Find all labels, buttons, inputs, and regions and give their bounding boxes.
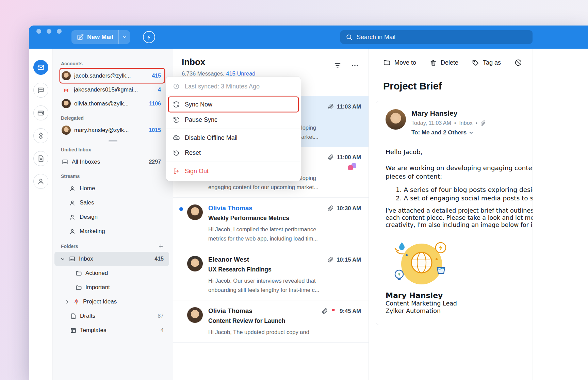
folders-label-text: Folders [61, 244, 78, 249]
email-subject: UX Research Findings [208, 266, 272, 273]
email-row-content-review[interactable]: Olivia Thomas 9:45 AM Content Review for… [173, 300, 369, 343]
folder-item-actioned[interactable]: Actioned [54, 266, 169, 280]
folder-icon [76, 270, 82, 277]
unread-count: 1106 [149, 101, 161, 107]
delete-button[interactable]: Delete [430, 59, 458, 66]
recipients-toggle[interactable]: To: Me and 2 Others [411, 129, 486, 136]
email-row-ux-research[interactable]: Eleanor West 10:15 AM UX Research Findin… [173, 249, 369, 300]
flag-icon [331, 308, 337, 314]
menu-divider [166, 96, 301, 96]
unread-count: 4 [158, 87, 161, 93]
titlebar: New Mail Search in Mail [29, 26, 588, 49]
paperclip-icon [328, 104, 334, 110]
chevron-down-icon [122, 34, 127, 40]
folder-item-important[interactable]: Important [54, 280, 169, 295]
clock-icon [173, 83, 180, 90]
window-controls [36, 29, 62, 34]
all-inboxes-label: All Inboxes [72, 159, 100, 165]
pause-sync-item[interactable]: Pause Sync [166, 112, 301, 127]
new-mail-button[interactable]: New Mail [71, 30, 130, 44]
avatar [62, 71, 71, 80]
unified-inbox-label: Unified Inbox [61, 147, 164, 152]
rail-chat-button[interactable] [33, 83, 48, 98]
chevron-down-icon [469, 130, 474, 135]
sort-filter-icon[interactable] [334, 62, 341, 69]
stream-item-sales[interactable]: Sales [69, 196, 164, 210]
move-to-button[interactable]: Move to [383, 59, 416, 66]
email-list-header: Inbox 6,736 Messages, 415 Unread [173, 49, 369, 77]
inbox-stack-icon [62, 159, 68, 165]
content-marketing-illustration [389, 237, 533, 288]
paperclip-icon [328, 154, 334, 160]
compose-icon [77, 34, 84, 41]
streams-section-label: Streams [61, 174, 164, 179]
sidebar-resize-handle[interactable] [109, 140, 117, 142]
folder-icon [383, 59, 391, 66]
account-item-jacob[interactable]: jacob.sanders@zylk... 415 [60, 69, 164, 83]
mail-app-window: New Mail Search in Mail [29, 26, 588, 380]
folder-item-project-ideas[interactable]: Project Ideas [54, 295, 169, 309]
search-input[interactable]: Search in Mail [340, 30, 533, 44]
message-body: Hello Jacob, We are working on developin… [386, 148, 533, 229]
rail-notes-button[interactable] [33, 151, 48, 166]
paperclip-icon [322, 308, 328, 314]
chevron-down-icon[interactable] [60, 257, 65, 262]
to-line: To: Me and 2 Others [411, 129, 467, 136]
folder-item-templates[interactable]: Templates 4 [54, 323, 169, 337]
account-item-olivia[interactable]: olivia.thomas@zylk... 1106 [60, 97, 164, 111]
rail-contacts-button[interactable] [33, 174, 48, 189]
menu-divider [166, 129, 301, 129]
stream-item-design[interactable]: Design [69, 210, 164, 224]
reset-item[interactable]: Reset [166, 145, 301, 160]
rail-tags-button[interactable] [33, 128, 48, 143]
meta-separator: • [454, 120, 456, 126]
message-subject: Project Brief [383, 81, 533, 92]
minimize-button[interactable] [47, 29, 51, 34]
sync-now-item[interactable]: Sync Now [169, 97, 298, 112]
block-button[interactable] [514, 59, 522, 66]
email-row-weekly-performance[interactable]: Olivia Thomas 10:30 AM Weekly Performanc… [173, 198, 369, 249]
stream-item-marketing[interactable]: Marketing [69, 224, 164, 238]
trash-icon [430, 59, 437, 66]
avatar [187, 307, 203, 323]
tag-icon [472, 59, 479, 66]
account-item-gmail[interactable]: jakesanders015@gmai... 4 [60, 83, 164, 97]
folder-icon [76, 284, 82, 291]
paperclip-icon [480, 120, 486, 126]
folder-item-inbox[interactable]: Inbox 415 [54, 252, 169, 266]
disable-offline-mail-item[interactable]: Disable Offline Mail [166, 130, 301, 145]
account-email: jacob.sanders@zylk... [74, 72, 131, 79]
delegated-section-label: Delegated [61, 115, 164, 121]
add-folder-button[interactable] [158, 243, 164, 249]
account-sync-menu: Last synced: 3 Minutes Ago Sync Now Paus… [166, 77, 301, 181]
chevron-right-icon[interactable] [65, 299, 70, 304]
sign-out-item[interactable]: Sign Out [166, 163, 301, 179]
account-item-mary[interactable]: mary.hansley@zylk... 1015 [60, 123, 164, 137]
new-mail-dropdown[interactable] [118, 30, 130, 44]
app-rail [29, 49, 53, 380]
more-options-icon[interactable] [351, 62, 359, 70]
rail-wallet-button[interactable] [33, 105, 48, 120]
rail-mail-button[interactable] [33, 60, 48, 75]
delete-label: Delete [441, 59, 458, 66]
reset-label: Reset [185, 149, 201, 156]
notes-icon [37, 155, 45, 162]
zoom-button[interactable] [57, 29, 62, 34]
wallet-icon [37, 109, 45, 117]
folder-item-drafts[interactable]: Drafts 87 [54, 309, 169, 323]
stream-item-home[interactable]: Home [69, 181, 164, 196]
account-email: jakesanders015@gmai... [74, 86, 138, 93]
unread-count-link[interactable]: 415 Unread [226, 70, 255, 77]
folders-section-label: Folders [61, 243, 164, 249]
sync-now-label: Sync Now [185, 101, 212, 108]
folder-label: Drafts [80, 313, 95, 319]
email-time: 11:03 AM [337, 103, 361, 110]
meta-separator: • [476, 120, 478, 126]
quick-actions-button[interactable] [143, 31, 155, 43]
all-inboxes-item[interactable]: All Inboxes 2297 [60, 155, 164, 169]
reading-pane: Move to Delete Tag as Project Brief Mary… [369, 49, 533, 380]
close-button[interactable] [36, 29, 41, 34]
tag-as-button[interactable]: Tag as [472, 59, 501, 66]
sender-name: Mary Hansley [411, 109, 486, 117]
gmail-icon [62, 85, 70, 94]
